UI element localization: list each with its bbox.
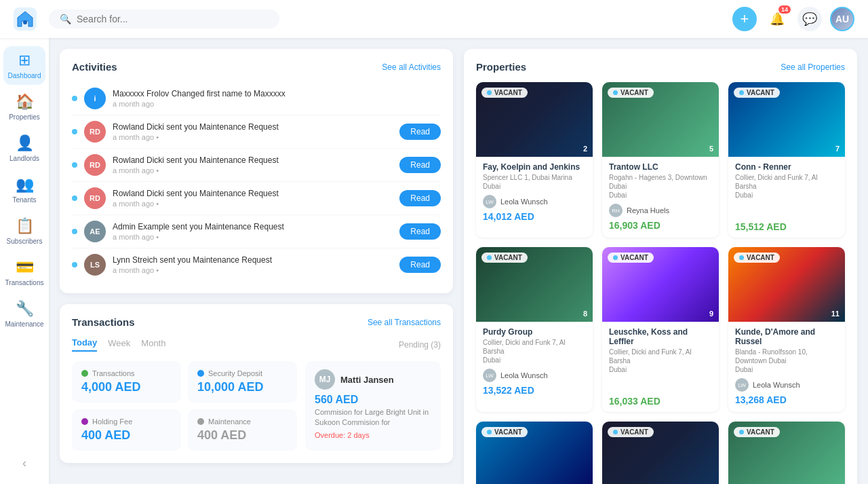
tab-today[interactable]: Today xyxy=(72,337,97,352)
messages-button[interactable]: 💬 xyxy=(797,7,822,31)
sidebar-label-dashboard: Dashboard xyxy=(8,72,41,79)
see-all-properties[interactable]: See all Properties xyxy=(781,62,845,72)
vacant-badge: VACANT xyxy=(608,427,654,437)
property-image: VACANT 5 xyxy=(602,82,719,157)
property-card[interactable]: VACANT 9 Leuschke, Koss and Leffler Coll… xyxy=(602,247,719,412)
notifications-button[interactable]: 🔔 14 xyxy=(765,7,789,31)
search-icon: 🔍 xyxy=(60,14,71,24)
owner-avatar: LW xyxy=(483,195,496,208)
vacant-dot xyxy=(613,430,618,434)
property-card[interactable]: VACANT 11 Kunde, D'Amore and Russel Blan… xyxy=(728,247,845,412)
transactions-stat-label: Transactions xyxy=(92,369,135,377)
vacant-badge: VACANT xyxy=(734,253,780,263)
activity-time: a month ago • xyxy=(113,166,393,174)
activity-item: RD Rowland Dicki sent you Maintenance Re… xyxy=(72,115,441,149)
user-avatar[interactable]: AU xyxy=(830,7,854,31)
activity-time: a month ago • xyxy=(113,233,393,241)
transactions-title: Transactions xyxy=(72,316,135,328)
sidebar-item-properties[interactable]: 🏠 Properties xyxy=(3,88,45,126)
property-address: Collier, Dicki and Funk 7, Al BarshaDuba… xyxy=(609,348,712,374)
property-card[interactable]: VACANT 8 Purdy Group Collier, Dicki and … xyxy=(476,247,593,412)
sidebar-item-transactions[interactable]: 💳 Transactions xyxy=(3,253,45,292)
read-button[interactable]: Read xyxy=(399,124,441,140)
vacant-text: VACANT xyxy=(747,254,774,261)
property-price: 14,012 AED xyxy=(483,211,586,222)
sidebar: ⊞ Dashboard 🏠 Properties 👤 Landlords 👥 T… xyxy=(0,38,49,484)
see-all-transactions[interactable]: See all Transactions xyxy=(368,318,441,327)
tab-week[interactable]: Week xyxy=(108,338,130,351)
sidebar-item-dashboard[interactable]: ⊞ Dashboard xyxy=(3,46,45,85)
transactions-dot xyxy=(81,370,88,377)
sidebar-item-maintenance[interactable]: 🔧 Maintenance xyxy=(3,295,45,333)
transactions-content: Transactions 4,000 AED Security Deposit … xyxy=(72,361,441,451)
property-card[interactable]: VACANT xyxy=(602,422,719,484)
notification-badge: 14 xyxy=(778,5,791,14)
activity-item: RD Rowland Dicki sent you Maintenance Re… xyxy=(72,182,441,215)
activity-time: a month ago xyxy=(113,100,441,108)
read-button[interactable]: Read xyxy=(399,190,441,206)
search-input[interactable] xyxy=(77,14,269,24)
property-card[interactable]: VACANT xyxy=(476,422,593,484)
vacant-badge: VACANT xyxy=(608,253,654,263)
security-dot xyxy=(197,370,204,377)
read-button[interactable]: Read xyxy=(399,223,441,240)
app-logo[interactable] xyxy=(14,7,37,31)
property-card[interactable]: VACANT 5 Trantow LLC Rogahn - Hagenes 3,… xyxy=(602,82,719,238)
read-button[interactable]: Read xyxy=(399,157,441,173)
vacant-text: VACANT xyxy=(620,89,648,96)
topnav-actions: + 🔔 14 💬 AU xyxy=(732,7,854,31)
svg-point-1 xyxy=(23,20,27,24)
sidebar-item-tenants[interactable]: 👥 Tenants xyxy=(3,170,45,209)
property-number: 11 xyxy=(831,310,840,318)
tab-month[interactable]: Month xyxy=(141,338,165,351)
property-name: Conn - Renner xyxy=(735,162,838,172)
activity-dot xyxy=(72,96,77,101)
vacant-text: VACANT xyxy=(747,428,774,436)
owner-avatar: LW xyxy=(483,369,496,382)
vacant-badge: VACANT xyxy=(734,88,780,98)
read-button[interactable]: Read xyxy=(399,257,441,273)
transactions-stats: Transactions 4,000 AED Security Deposit … xyxy=(72,361,297,451)
bell-icon: 🔔 xyxy=(770,12,785,26)
sidebar-item-landlords[interactable]: 👤 Landlords xyxy=(3,129,45,168)
activity-info: Admin Example sent you Maintenance Reque… xyxy=(113,222,393,241)
sidebar-collapse-button[interactable]: ‹ xyxy=(17,451,32,476)
property-card[interactable]: VACANT 7 Conn - Renner Collier, Dicki an… xyxy=(728,82,845,238)
property-owner: LW Leola Wunsch xyxy=(483,195,586,208)
sidebar-item-subscribers[interactable]: 📋 Subscribers xyxy=(3,212,45,250)
activities-list: i Maxxxxx Frolov Changed first name to M… xyxy=(72,82,441,281)
activities-title: Activities xyxy=(72,61,117,73)
owner-avatar: LW xyxy=(735,378,749,392)
vacant-text: VACANT xyxy=(494,428,522,436)
dashboard-icon: ⊞ xyxy=(18,52,31,69)
property-info: Leuschke, Koss and Leffler Collier, Dick… xyxy=(602,322,719,412)
property-card[interactable]: VACANT xyxy=(728,422,845,484)
activity-info: Maxxxxx Frolov Changed first name to Max… xyxy=(113,89,441,108)
overdue-label: Overdue: 2 days xyxy=(315,431,431,439)
property-info: Purdy Group Collier, Dicki and Funk 7, A… xyxy=(476,322,593,401)
topnav: 🔍 + 🔔 14 💬 AU xyxy=(0,0,868,38)
activities-header: Activities See all Activities xyxy=(72,61,441,73)
activity-avatar: RD xyxy=(84,121,106,143)
property-owner: RH Reyna Huels xyxy=(609,204,712,217)
pending-amount: 560 AED xyxy=(315,394,431,406)
holding-amount: 400 AED xyxy=(81,428,172,443)
property-card[interactable]: VACANT 2 Fay, Koelpin and Jenkins Spence… xyxy=(476,82,593,238)
right-panel: Properties See all Properties VACANT 2 F… xyxy=(464,49,857,473)
property-image: VACANT 8 xyxy=(476,247,593,322)
content-area: Activities See all Activities i Maxxxxx … xyxy=(49,38,868,484)
transactions-tabs: Today Week Month Pending (3) xyxy=(72,337,441,352)
pending-user: MJ Matti Jansen xyxy=(315,369,431,390)
message-icon: 💬 xyxy=(802,12,817,26)
transactions-stat-transactions: Transactions 4,000 AED xyxy=(72,361,181,403)
owner-avatar: RH xyxy=(609,204,623,217)
vacant-text: VACANT xyxy=(747,89,774,96)
property-address: Spencer LLC 1, Dubai MarinaDubai xyxy=(483,173,586,191)
pending-item-card: MJ Matti Jansen 560 AED Commision for La… xyxy=(305,361,441,451)
see-all-activities[interactable]: See all Activities xyxy=(382,62,441,72)
add-button[interactable]: + xyxy=(732,7,757,31)
activity-text: Admin Example sent you Maintenance Reque… xyxy=(113,222,393,231)
sidebar-label-subscribers: Subscribers xyxy=(7,238,43,245)
search-bar[interactable]: 🔍 xyxy=(49,10,279,29)
owner-name: Leola Wunsch xyxy=(500,371,548,379)
